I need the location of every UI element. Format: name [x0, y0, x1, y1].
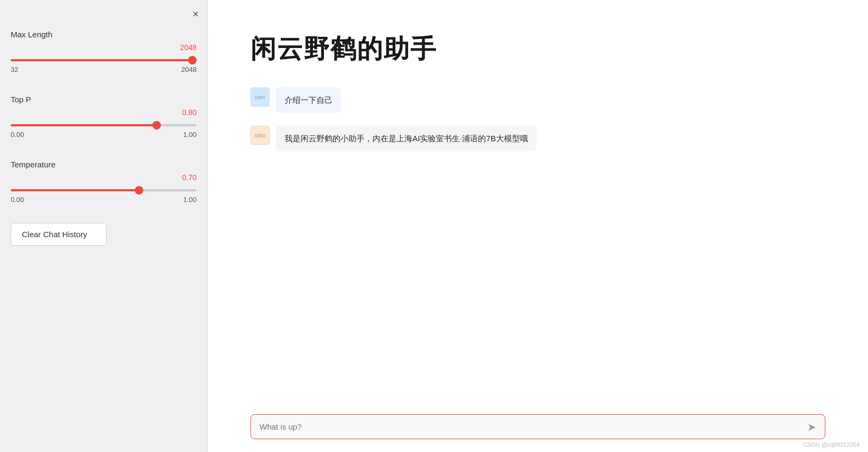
chat-title: 闲云野鹤的助手 — [250, 32, 825, 66]
max-length-range: 32 2048 — [11, 66, 197, 74]
messages-container: user介绍一下自己robo我是闲云野鹤的小助手，内在是上海AI实验室书生·浦语… — [250, 87, 825, 151]
watermark: CSDN @cq99312254 — [803, 441, 859, 448]
avatar: robo — [250, 126, 270, 145]
clear-chat-button[interactable]: Clear Chat History — [11, 223, 107, 246]
top-p-range: 0.00 1.00 — [11, 131, 197, 139]
max-length-slider-container — [11, 54, 197, 63]
chat-area: 闲云野鹤的助手 user介绍一下自己robo我是闲云野鹤的小助手，内在是上海AI… — [208, 0, 868, 406]
top-p-value: 0.80 — [11, 108, 197, 117]
top-p-label: Top P — [11, 95, 197, 104]
chat-input-wrapper: ➤ — [250, 414, 825, 439]
max-length-max: 2048 — [181, 66, 197, 74]
message-bubble: 我是闲云野鹤的小助手，内在是上海AI实验室书生·浦语的7B大模型哦 — [276, 126, 537, 151]
temperature-section: Temperature 0.70 0.00 1.00 — [11, 160, 197, 204]
send-icon: ➤ — [807, 421, 816, 433]
chat-input[interactable] — [251, 415, 825, 439]
max-length-slider[interactable] — [11, 59, 197, 61]
top-p-max: 1.00 — [183, 131, 197, 139]
temperature-label: Temperature — [11, 160, 197, 169]
main-chat: 闲云野鹤的助手 user介绍一下自己robo我是闲云野鹤的小助手，内在是上海AI… — [208, 0, 868, 452]
message-row: user介绍一下自己 — [250, 87, 825, 113]
input-area: ➤ — [208, 406, 868, 452]
top-p-slider[interactable] — [11, 124, 197, 126]
max-length-min: 32 — [11, 66, 18, 74]
top-p-min: 0.00 — [11, 131, 24, 139]
max-length-section: Max Length 2048 32 2048 — [11, 30, 197, 74]
message-bubble: 介绍一下自己 — [276, 87, 341, 113]
top-p-slider-container — [11, 119, 197, 128]
close-button[interactable]: × — [192, 9, 199, 19]
temperature-min: 0.00 — [11, 196, 24, 204]
sidebar: × Max Length 2048 32 2048 Top P 0.80 0.0… — [0, 0, 208, 452]
temperature-range: 0.00 1.00 — [11, 196, 197, 204]
temperature-slider[interactable] — [11, 189, 197, 191]
top-p-section: Top P 0.80 0.00 1.00 — [11, 95, 197, 139]
max-length-value: 2048 — [11, 43, 197, 52]
temperature-max: 1.00 — [183, 196, 197, 204]
temperature-value: 0.70 — [11, 173, 197, 182]
avatar: user — [250, 87, 270, 107]
send-button[interactable]: ➤ — [805, 418, 818, 435]
message-row: robo我是闲云野鹤的小助手，内在是上海AI实验室书生·浦语的7B大模型哦 — [250, 126, 825, 151]
max-length-label: Max Length — [11, 30, 197, 39]
temperature-slider-container — [11, 184, 197, 193]
